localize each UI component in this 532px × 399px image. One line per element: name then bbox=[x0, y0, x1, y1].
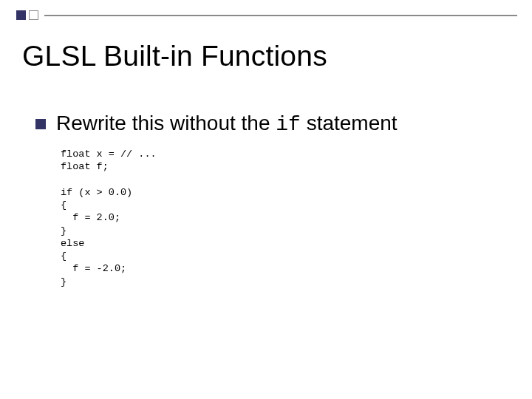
slide-title: GLSL Built-in Functions bbox=[22, 40, 327, 72]
bullet-text-suffix: statement bbox=[307, 112, 398, 134]
bullet-text-code: if bbox=[276, 113, 301, 136]
slide-body: Rewrite this without the if statement bbox=[35, 111, 502, 137]
code-block: float x = // ... float f; if (x > 0.0) {… bbox=[61, 148, 157, 288]
bullet-item: Rewrite this without the if statement bbox=[35, 111, 502, 137]
accent-squares bbox=[16, 10, 38, 20]
bullet-text-prefix: Rewrite this without the bbox=[56, 112, 276, 134]
accent-square-filled bbox=[16, 10, 26, 20]
bullet-text: Rewrite this without the if statement bbox=[56, 111, 398, 137]
bullet-icon bbox=[35, 119, 46, 129]
accent-square-outline bbox=[29, 10, 38, 20]
accent-divider bbox=[44, 15, 517, 16]
